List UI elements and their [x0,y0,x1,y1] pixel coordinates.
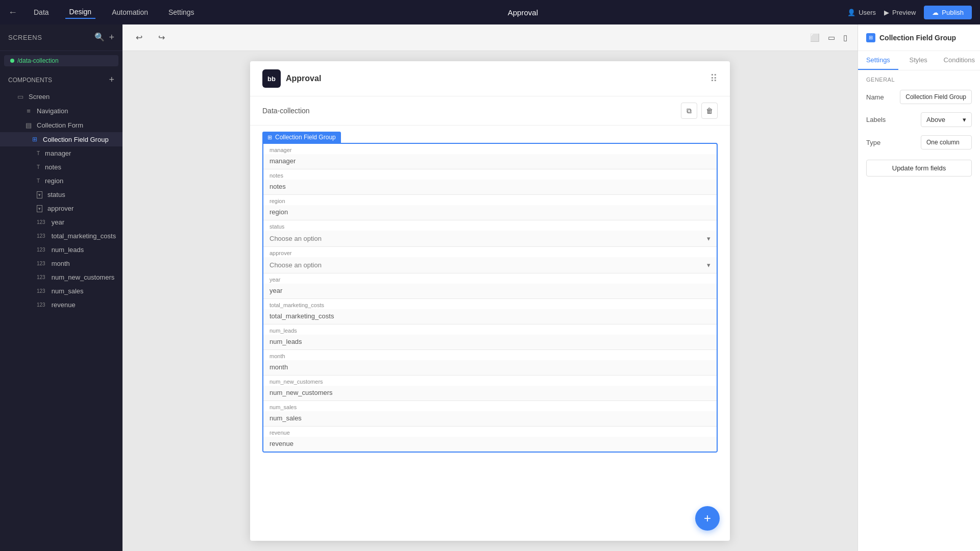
field-input-tmc[interactable]: total_marketing_costs [263,309,717,324]
cfg-label-tag[interactable]: ⊞ Collection Field Group [262,132,341,143]
sidebar-item-collection-field-group[interactable]: ⊞ Collection Field Group [0,132,122,146]
tab-settings[interactable]: Settings [858,51,898,70]
field-input-notes[interactable]: notes [263,180,717,194]
sidebar-item-collection-form[interactable]: ▤ Collection Form [0,118,122,132]
sidebar-item-revenue[interactable]: 123 revenue [0,298,122,312]
sidebar-item-region[interactable]: T region [0,174,122,188]
select-icon-status: ▾ [37,191,42,198]
tab-conditions[interactable]: Conditions [939,51,980,70]
type-field[interactable]: One column [921,135,972,149]
number-icon-nnc: 123 [37,274,45,280]
number-icon-nl: 123 [37,247,45,253]
field-select-status[interactable]: Choose an option ▾ [263,231,717,246]
sidebar-item-num-leads[interactable]: 123 num_leads [0,243,122,257]
labels-select[interactable]: Above ▾ [921,112,972,127]
search-icon[interactable]: 🔍 [94,32,105,43]
field-label-num-leads: num_leads [263,324,717,335]
cfg-icon: ⊞ [31,135,39,143]
add-screen-button[interactable]: + [109,32,114,43]
field-input-year[interactable]: year [263,284,717,298]
select-chevron-approver: ▾ [707,261,710,269]
center-canvas-area: ↩ ↪ ⬜ ▭ ▯ bb Approval ⠿ Da [122,24,857,551]
nav-automation[interactable]: Automation [108,6,152,18]
sidebar-item-notes[interactable]: T notes [0,160,122,174]
sidebar-toolbar: Screens 🔍 + [0,24,122,51]
top-navigation: ← Data Design Automation Settings Approv… [0,0,980,24]
users-icon: 👤 [847,9,855,16]
breadcrumb: Data-collection [262,107,310,115]
labels-label: Labels [866,116,886,123]
desktop-view-button[interactable]: ⬜ [808,31,822,44]
field-label-tmc: total_marketing_costs [263,299,717,309]
field-month: month month [263,350,717,375]
nav-data[interactable]: Data [30,6,53,18]
field-total-marketing-costs: total_marketing_costs total_marketing_co… [263,299,717,324]
form-icon: ▤ [24,121,33,129]
sidebar-item-manager[interactable]: T manager [0,146,122,160]
back-button[interactable]: ← [8,7,17,18]
field-input-region[interactable]: region [263,205,717,220]
panel-icon: ⊞ [866,33,875,42]
number-icon-ns: 123 [37,288,45,294]
field-input-month[interactable]: month [263,360,717,375]
field-notes: notes notes [263,169,717,195]
field-approver: approver Choose an option ▾ [263,247,717,273]
duplicate-button[interactable]: ⧉ [681,103,697,119]
mobile-view-button[interactable]: ▯ [841,31,849,44]
redo-button[interactable]: ↪ [153,30,169,46]
screen-item[interactable]: /data-collection [4,55,118,66]
field-input-revenue[interactable]: revenue [263,437,717,452]
field-input-num-leads[interactable]: num_leads [263,335,717,349]
field-input-nnc[interactable]: num_new_customers [263,386,717,400]
field-label-revenue: revenue [263,427,717,437]
main-layout: Screens 🔍 + /data-collection Components … [0,24,980,551]
update-form-fields-button[interactable]: Update form fields [866,160,972,177]
number-icon-month: 123 [37,261,45,266]
sidebar-item-screen[interactable]: ▭ Screen [0,89,122,104]
cfg-tag-icon: ⊞ [267,134,272,141]
components-header: Components + [0,70,122,89]
type-row: Type One column [858,131,980,154]
users-button[interactable]: 👤 Users [847,9,876,16]
publish-icon: ☁ [932,9,939,16]
sidebar-item-year[interactable]: 123 year [0,215,122,229]
sidebar-item-num-new-customers[interactable]: 123 num_new_customers [0,270,122,284]
field-year: year year [263,273,717,299]
breadcrumb-bar: Data-collection ⧉ 🗑 [250,96,730,126]
add-component-button[interactable]: + [109,74,114,85]
tablet-view-button[interactable]: ▭ [826,31,837,44]
field-input-manager[interactable]: manager [263,154,717,169]
panel-title: Collection Field Group [879,34,956,42]
publish-button[interactable]: ☁ Publish [924,6,972,19]
canvas-frame: bb Approval ⠿ Data-collection ⧉ 🗑 ⊞ [250,61,730,541]
navigation-icon: ≡ [24,107,33,115]
number-icon-revenue: 123 [37,302,45,308]
preview-button[interactable]: ▶ Preview [884,9,916,16]
field-select-approver[interactable]: Choose an option ▾ [263,257,717,273]
more-options-icon[interactable]: ⠿ [710,72,718,85]
name-label: Name [866,93,884,101]
sidebar-item-total-marketing-costs[interactable]: 123 total_marketing_costs [0,229,122,243]
sidebar-item-navigation[interactable]: ≡ Navigation [0,104,122,118]
field-input-num-sales[interactable]: num_sales [263,411,717,426]
field-label-status: status [263,220,717,231]
sidebar-item-status[interactable]: ▾ status [0,188,122,202]
field-label-num-sales: num_sales [263,401,717,411]
field-manager: manager manager [263,144,717,169]
nav-design[interactable]: Design [65,6,96,19]
add-fab-button[interactable]: + [695,506,720,531]
delete-button[interactable]: 🗑 [701,103,718,119]
tab-styles[interactable]: Styles [898,51,939,70]
field-revenue: revenue revenue [263,427,717,452]
sidebar-item-approver[interactable]: ▾ approver [0,202,122,215]
device-switcher: ⬜ ▭ ▯ [808,31,849,44]
panel-tabs: Settings Styles Conditions [858,51,980,70]
undo-button[interactable]: ↩ [131,30,147,46]
sidebar-item-num-sales[interactable]: 123 num_sales [0,284,122,298]
name-field[interactable]: Collection Field Group [900,90,972,104]
name-row: Name Collection Field Group [858,86,980,108]
nav-settings[interactable]: Settings [164,6,199,18]
sidebar-item-month[interactable]: 123 month [0,257,122,270]
select-icon-approver: ▾ [37,205,42,212]
text-type-icon: T [37,151,40,156]
